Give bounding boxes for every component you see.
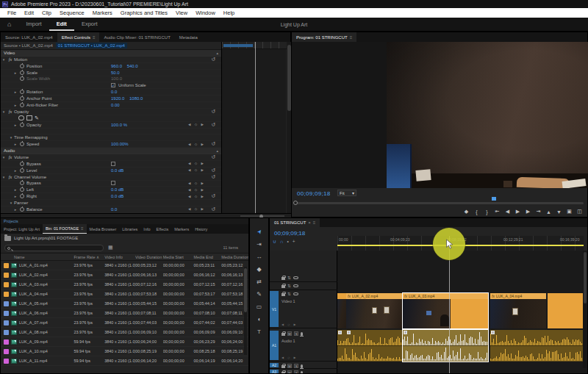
- checkbox[interactable]: [111, 181, 115, 185]
- mark-in-icon[interactable]: {: [472, 207, 481, 216]
- ec-row-opacity[interactable]: ▸Opacity100.0 %◀ ◇ ▶↺: [1, 122, 221, 129]
- keyframe-nav-icons[interactable]: ◀ ◇ ▶: [188, 188, 205, 192]
- chevron-down-icon[interactable]: ▾: [1, 109, 7, 114]
- razor-tool[interactable]: ◆: [254, 265, 265, 273]
- step-forward-icon[interactable]: ▶: [523, 207, 533, 216]
- label-color-chip[interactable]: [4, 349, 9, 354]
- menu-item-graphics-and-titles[interactable]: Graphics and Titles: [117, 9, 171, 17]
- toggle-track-output-icon[interactable]: [293, 292, 298, 296]
- ec-row-anti-flicker-filter[interactable]: ▸Anti-flicker Filter0.00: [1, 102, 221, 109]
- param-value[interactable]: 0.00: [111, 103, 120, 107]
- param-value[interactable]: 50.0: [111, 71, 120, 75]
- toggle-animation-icon[interactable]: [20, 123, 24, 127]
- ec-row-volume[interactable]: ▾fxVolume↺: [1, 154, 221, 161]
- scrubber-handle[interactable]: [293, 201, 298, 205]
- new-bin-icon[interactable]: ▦: [108, 245, 113, 251]
- tab-sequence[interactable]: 01 STRINGCUT × ≡: [270, 218, 320, 227]
- tab-project-light-up-art[interactable]: Project: Light Up Art: [1, 224, 43, 234]
- column-header-frame-rate[interactable]: Frame Rate ∧: [74, 255, 104, 259]
- hand-tool[interactable]: ◖: [254, 314, 265, 323]
- mute-button[interactable]: M: [287, 370, 292, 374]
- keyframe-nav-icons[interactable]: ◀ ◇ ▶: [188, 207, 205, 211]
- tab-source-luk-a-02-mp4[interactable]: Source: LUK_A_02.mp4: [1, 32, 57, 42]
- ec-row-speed[interactable]: ▸Speed100.00%◀ ◇ ▶↺: [1, 141, 221, 148]
- param-value[interactable]: 100.00%: [111, 142, 129, 146]
- selection-tool[interactable]: ➤: [253, 225, 266, 238]
- program-timecode[interactable]: 00;09;09;18: [297, 190, 331, 197]
- clip-row-luk-a-03-mp4[interactable]: LUK_A_03.mp423.976 fps3840 x 2160 (1.0)0…: [1, 280, 248, 290]
- mute-button[interactable]: M: [287, 331, 292, 336]
- rectangle-mask-icon[interactable]: [26, 115, 32, 121]
- param-value[interactable]: 100.0 %: [111, 123, 127, 127]
- audio-clip[interactable]: f: [346, 330, 403, 362]
- source-patch-a3[interactable]: A3: [270, 370, 279, 373]
- chevron-down-icon[interactable]: ▾: [1, 57, 7, 62]
- add-marker-icon[interactable]: •: [287, 239, 288, 245]
- toggle-animation-icon[interactable]: [20, 187, 24, 192]
- ec-row-channel-volume[interactable]: ▾fxChannel Volume↺: [1, 174, 221, 181]
- keyframe-nav-icons[interactable]: ◀ ◇ ▶: [188, 162, 205, 165]
- type-tool[interactable]: T: [254, 327, 265, 336]
- menu-item-file[interactable]: File: [4, 9, 20, 17]
- lift-icon[interactable]: ▲: [544, 207, 553, 216]
- reset-icon[interactable]: ↺: [211, 168, 215, 173]
- param-value[interactable]: 1920.0 1080.0: [111, 96, 143, 101]
- sync-lock-icon[interactable]: ⇅: [287, 292, 291, 296]
- mark-out-icon[interactable]: }: [482, 207, 492, 216]
- panel-menu-icon[interactable]: ≡: [93, 35, 96, 40]
- ec-row-scale-width[interactable]: Scale Width100.0: [1, 76, 221, 83]
- chevron-right-icon[interactable]: ▸: [12, 103, 18, 107]
- track-header-a2[interactable]: A2MS: [270, 362, 337, 369]
- clip-row-luk-a-07-mp4[interactable]: LUK_A_07.mp423.976 fps3840 x 2160 (1.0)0…: [1, 318, 248, 328]
- tab-effects[interactable]: Effects: [154, 224, 172, 234]
- ec-row-scale[interactable]: ▸Scale50.0: [1, 70, 221, 76]
- label-color-chip[interactable]: [4, 330, 9, 335]
- tab-program[interactable]: Program: 01 STRINGCUT≡: [292, 32, 356, 42]
- track-lock-icon[interactable]: [282, 293, 285, 296]
- track-header-a1[interactable]: A1MSAudio 1◀ ◇ ▶: [270, 330, 337, 362]
- menu-item-edit[interactable]: Edit: [21, 9, 37, 17]
- chevron-down-icon[interactable]: ▾: [8, 201, 14, 205]
- ec-row-left[interactable]: ▸Left0.0 dB◀ ◇ ▶: [1, 187, 221, 193]
- toggle-track-output-icon[interactable]: [293, 276, 298, 280]
- param-value[interactable]: 0.0 dB: [111, 168, 123, 173]
- chevron-down-icon[interactable]: ▾: [8, 135, 14, 140]
- chevron-right-icon[interactable]: ▸: [12, 90, 18, 94]
- toggle-animation-icon[interactable]: [20, 181, 24, 185]
- toggle-animation-icon[interactable]: [20, 64, 24, 68]
- voice-over-record-icon[interactable]: [301, 364, 303, 368]
- ec-row-masks[interactable]: ✎: [1, 115, 221, 122]
- toggle-animation-icon[interactable]: [20, 76, 24, 81]
- ec-row-bypass[interactable]: Bypass◀ ◇ ▶: [1, 161, 221, 168]
- source-patch-v1[interactable]: V1: [270, 291, 279, 327]
- reset-icon[interactable]: ↺: [211, 109, 215, 115]
- column-header-media-start[interactable]: Media Start: [163, 255, 194, 259]
- clip-row-luk-a-01-mp4[interactable]: LUK_A_01.mp423.976 fps3840 x 2160 (1.0)0…: [1, 261, 248, 270]
- program-scrubber[interactable]: [295, 202, 584, 204]
- workspace-tab-edit[interactable]: Edit: [49, 18, 74, 31]
- video-clip[interactable]: [337, 293, 346, 328]
- chevron-up-icon[interactable]: ▴: [216, 51, 218, 55]
- menu-item-view[interactable]: View: [172, 9, 191, 17]
- checkbox[interactable]: [111, 162, 115, 166]
- solo-button[interactable]: S: [294, 331, 298, 336]
- track-header-a3[interactable]: A3MS: [270, 369, 337, 374]
- param-value[interactable]: 0.0 dB: [111, 187, 123, 192]
- keyframe-nav-icons[interactable]: ◀ ◇ ▶: [188, 168, 205, 172]
- toggle-animation-icon[interactable]: [20, 96, 24, 101]
- clip-row-luk-a-02-mp4[interactable]: LUK_A_02.mp423.976 fps3840 x 2160 (1.0)0…: [1, 270, 248, 280]
- tab-media-browser[interactable]: Media Browser: [87, 224, 120, 234]
- ripple-edit-tool[interactable]: ↔: [254, 252, 265, 261]
- workspace-tab-export[interactable]: Export: [74, 18, 105, 31]
- clip-row-luk-a-10-mp4[interactable]: LUK_A_10.mp459.94 fps3840 x 2160 (1.0)00…: [1, 347, 248, 356]
- chevron-right-icon[interactable]: ▸: [12, 194, 18, 198]
- ec-row-anchor-point[interactable]: Anchor Point1920.0 1080.0: [1, 96, 221, 102]
- toggle-animation-icon[interactable]: [20, 168, 24, 173]
- label-color-chip[interactable]: [4, 339, 9, 345]
- ec-row-blend-mode[interactable]: [1, 129, 221, 135]
- chevron-right-icon[interactable]: ▸: [12, 123, 18, 127]
- zoom-level-dropdown[interactable]: Fit▾: [337, 190, 356, 196]
- timeline-scrollbar[interactable]: [583, 251, 587, 368]
- toggle-animation-icon[interactable]: [20, 142, 24, 146]
- linked-selection-icon[interactable]: ∩: [280, 239, 284, 245]
